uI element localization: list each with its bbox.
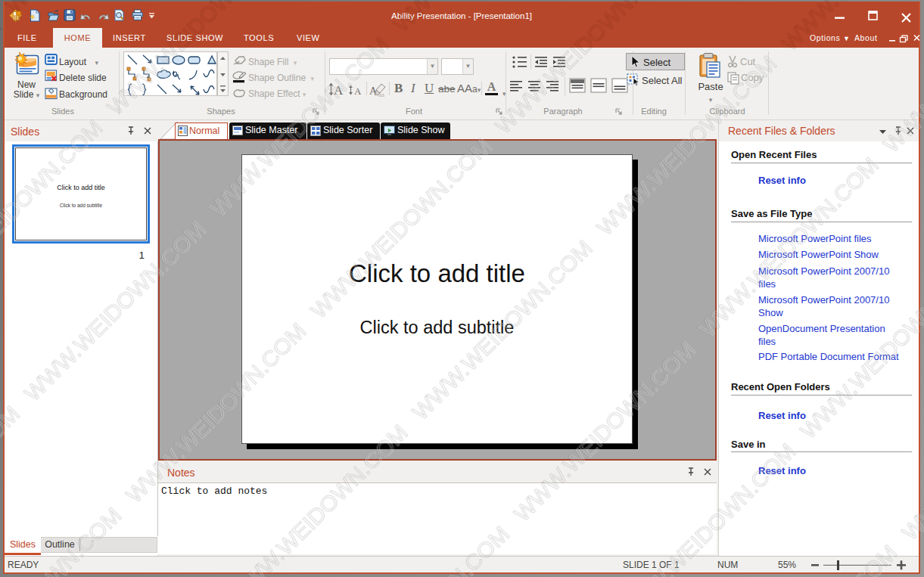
svg-text:A: A	[354, 85, 362, 97]
svg-text:aa: aa	[378, 92, 384, 98]
svg-text:A: A	[334, 83, 344, 98]
